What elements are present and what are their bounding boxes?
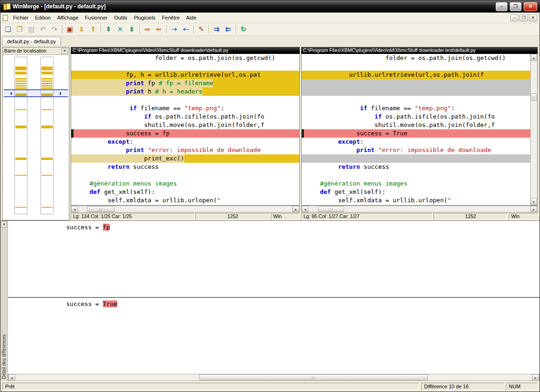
code-line[interactable]: urllib.urlretrieve(url,os.path.join(f <box>302 71 537 79</box>
open-button[interactable]: ❐ <box>14 24 25 35</box>
left-hscrollbar[interactable]: ◄ ► <box>71 206 300 213</box>
first-diff-button[interactable]: ⇞ <box>103 24 114 35</box>
mdi-restore-button[interactable]: ❐ <box>520 14 528 21</box>
code-line[interactable]: print h # h = headers <box>71 87 299 96</box>
right-code[interactable]: folder = os.path.join(os.getcwd() urllib… <box>302 54 537 205</box>
code-line[interactable]: success = True <box>302 129 537 138</box>
right-hscroll-thumb[interactable] <box>318 206 344 212</box>
code-line[interactable] <box>302 96 537 104</box>
code-line[interactable]: except: <box>302 138 537 146</box>
minimize-button[interactable]: – <box>496 2 507 11</box>
code-line[interactable]: success = fp <box>8 223 540 232</box>
menu-fentre[interactable]: Fenêtre <box>159 13 183 22</box>
code-line[interactable]: #génération menus images <box>302 179 537 188</box>
code-line[interactable]: except: <box>71 138 299 146</box>
edit-mode-button[interactable]: ✎ <box>196 24 207 35</box>
code-line[interactable] <box>302 154 537 163</box>
right-vscrollbar[interactable]: ▲ ▼ <box>530 54 537 205</box>
menu-fusionner[interactable]: Fusionner <box>81 13 111 22</box>
scroll-right-icon[interactable]: ► <box>292 206 299 212</box>
copy-left-advance-button[interactable]: ⇠ <box>180 24 191 35</box>
diff-mark[interactable] <box>41 83 53 84</box>
code-line[interactable]: folder = os.path.join(os.getcwd() <box>302 54 537 62</box>
code-line[interactable]: success = True <box>8 300 540 308</box>
menu-outils[interactable]: Outils <box>111 13 130 22</box>
code-line[interactable] <box>302 62 537 71</box>
save-button[interactable]: ▥ <box>26 24 37 35</box>
menu-fichier[interactable]: Fichier <box>10 13 32 22</box>
copy-right-button[interactable]: ⇒ <box>142 24 153 35</box>
prev-diff-button[interactable]: ⇑ <box>88 24 99 35</box>
loc-view-band[interactable] <box>4 89 68 97</box>
scroll-up-icon[interactable]: ▲ <box>531 54 537 61</box>
diff-detail-close-icon[interactable]: ✕ <box>1 221 7 227</box>
loc-col-right[interactable] <box>40 57 54 214</box>
right-vscroll-thumb[interactable] <box>531 93 537 101</box>
diff-mark[interactable] <box>15 78 27 80</box>
menu-plugiciels[interactable]: Plugiciels <box>130 13 158 22</box>
scroll-left-icon[interactable]: ◄ <box>8 374 15 380</box>
scroll-down-icon[interactable]: ▼ <box>531 198 537 205</box>
diff-mark[interactable] <box>15 85 27 86</box>
loc-col-left[interactable] <box>14 57 27 214</box>
code-line[interactable]: print fp # fp = filename <box>71 79 299 87</box>
code-line[interactable]: if filename == "temp.png": <box>302 104 537 113</box>
code-line[interactable]: print "error: impossible de downloade <box>71 146 299 154</box>
code-line[interactable] <box>302 171 537 179</box>
code-line[interactable] <box>71 96 299 104</box>
code-line[interactable]: self.xmldata = urllib.urlopen(" <box>302 196 537 205</box>
diff-mark[interactable] <box>41 109 53 110</box>
rescan-button[interactable]: ▣ <box>64 24 75 35</box>
menu-aide[interactable]: Aide <box>183 13 200 22</box>
code-line[interactable]: fp, h = urllib.urlretrieve(url,os.pat <box>71 71 299 79</box>
code-line[interactable]: shutil.move(os.path.join(folder,f <box>71 121 299 129</box>
tab-default-py[interactable]: default.py - default.py <box>2 37 61 46</box>
last-diff-button[interactable]: ⇟ <box>126 24 137 35</box>
scroll-right-icon[interactable]: ► <box>532 374 539 380</box>
close-button[interactable]: ✕ <box>524 2 537 11</box>
diff-mark[interactable] <box>15 83 27 84</box>
copy-right-advance-button[interactable]: ⇢ <box>169 24 180 35</box>
mdi-minimize-button[interactable]: – <box>510 14 519 21</box>
left-pane-header[interactable]: C:\Program Files\XBMC\plugins\Video\Xbmc… <box>71 47 300 54</box>
diff-mark[interactable] <box>41 175 53 176</box>
code-line[interactable]: def get_xml(self): <box>302 188 537 196</box>
detail-top-code[interactable]: success = fp <box>8 221 540 297</box>
diff-mark[interactable] <box>15 87 27 89</box>
refresh-button[interactable]: ↻ <box>238 24 249 35</box>
right-pane-header[interactable]: C:\Program Files\XBMC\plugins\Video\old\… <box>301 47 538 54</box>
left-hscroll-thumb[interactable] <box>87 206 115 212</box>
diff-mark[interactable] <box>15 175 27 176</box>
code-line[interactable]: if filename == "temp.png": <box>71 104 299 113</box>
undo-button[interactable]: ↶ <box>37 24 48 35</box>
code-line[interactable]: if os.path.isfile(os.path.join(fo <box>302 113 537 121</box>
redo-button[interactable]: ↷ <box>49 24 60 35</box>
right-hscrollbar[interactable]: ◄ ► <box>301 206 538 213</box>
code-line[interactable]: success = fp <box>71 129 299 138</box>
menu-affichage[interactable]: Affichage <box>54 13 82 22</box>
scroll-right-icon[interactable]: ► <box>530 206 537 212</box>
diff-mark[interactable] <box>15 109 27 110</box>
menu-edition[interactable]: Edition <box>32 13 54 22</box>
diff-mark[interactable] <box>41 78 53 80</box>
diff-mark[interactable] <box>15 80 27 82</box>
detail-bottom-code[interactable]: success = True <box>8 298 540 374</box>
code-line[interactable] <box>302 79 537 87</box>
copy-left-button[interactable]: ⇐ <box>153 24 164 35</box>
diff-mark[interactable] <box>41 72 53 74</box>
diff-mark[interactable] <box>41 87 53 89</box>
restore-button[interactable]: ❐ <box>510 2 521 11</box>
diff-mark[interactable] <box>15 72 27 74</box>
code-line[interactable]: return success <box>71 163 299 171</box>
code-line[interactable]: return success <box>302 163 537 171</box>
diff-mark[interactable] <box>41 158 53 160</box>
current-diff-button[interactable]: ✕ <box>115 24 126 35</box>
location-pane-close-icon[interactable]: ✕ <box>61 48 68 54</box>
code-line[interactable]: #génération menus images <box>71 179 299 188</box>
diff-mark[interactable] <box>41 126 53 128</box>
scroll-left-icon[interactable]: ◄ <box>71 206 78 212</box>
diff-mark[interactable] <box>15 158 27 160</box>
scroll-left-icon[interactable]: ◄ <box>302 206 309 212</box>
code-line[interactable]: if os.path.isfile(os.path.join(fo <box>71 113 299 121</box>
mdi-close-button[interactable]: ✕ <box>529 14 537 21</box>
